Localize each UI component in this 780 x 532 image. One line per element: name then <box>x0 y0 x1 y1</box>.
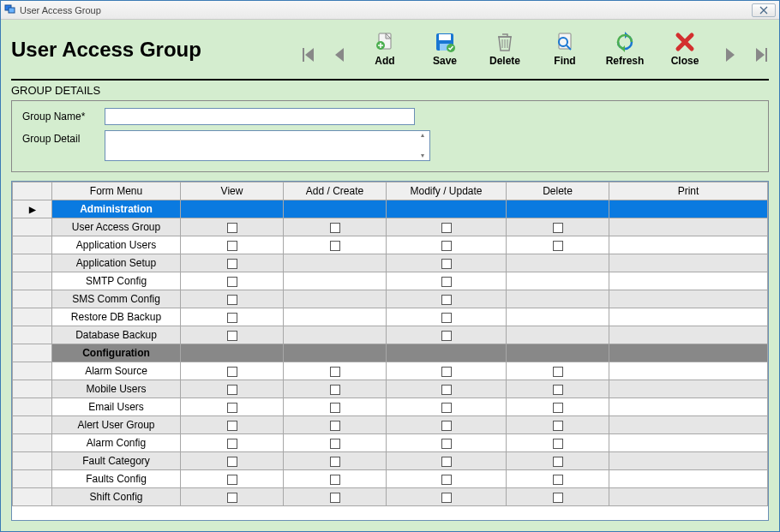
add-button[interactable]: Add <box>363 32 407 67</box>
table-row[interactable]: ▶Administration <box>13 200 768 218</box>
modify-cell[interactable] <box>387 434 507 452</box>
checkbox[interactable] <box>227 493 237 503</box>
checkbox[interactable] <box>441 385 452 395</box>
checkbox[interactable] <box>227 223 237 233</box>
delete-cell[interactable] <box>507 308 609 326</box>
print-cell[interactable] <box>609 362 768 380</box>
delete-cell[interactable] <box>507 362 609 380</box>
delete-cell[interactable] <box>507 272 609 290</box>
first-record-button[interactable] <box>301 43 316 67</box>
print-cell[interactable] <box>609 326 768 344</box>
checkbox[interactable] <box>330 457 340 467</box>
table-row[interactable]: Faults Config <box>13 470 768 488</box>
modify-cell[interactable] <box>387 236 507 254</box>
checkbox[interactable] <box>227 385 237 395</box>
checkbox[interactable] <box>553 223 563 233</box>
checkbox[interactable] <box>330 385 340 395</box>
checkbox[interactable] <box>553 475 563 485</box>
view-cell[interactable] <box>181 290 284 308</box>
checkbox[interactable] <box>441 313 452 323</box>
checkbox[interactable] <box>441 403 452 413</box>
print-cell[interactable] <box>609 254 768 272</box>
view-cell[interactable] <box>181 218 284 236</box>
print-cell[interactable] <box>609 380 768 398</box>
print-cell[interactable] <box>609 218 768 236</box>
checkbox[interactable] <box>330 367 340 377</box>
modify-cell[interactable] <box>387 416 507 434</box>
col-add[interactable]: Add / Create <box>284 182 387 200</box>
view-cell[interactable] <box>181 326 284 344</box>
add-cell[interactable] <box>284 362 387 380</box>
print-cell[interactable] <box>609 308 768 326</box>
group-detail-input[interactable] <box>105 131 414 160</box>
checkbox[interactable] <box>227 331 237 341</box>
checkbox[interactable] <box>227 241 237 251</box>
modify-cell[interactable] <box>387 362 507 380</box>
print-cell[interactable] <box>609 488 768 506</box>
last-record-button[interactable] <box>753 43 769 67</box>
modify-cell[interactable] <box>387 218 507 236</box>
checkbox[interactable] <box>330 403 340 413</box>
row-header[interactable] <box>13 236 52 254</box>
view-cell[interactable] <box>181 272 284 290</box>
add-cell[interactable] <box>284 326 387 344</box>
view-cell[interactable] <box>181 434 284 452</box>
add-cell[interactable] <box>284 272 387 290</box>
delete-cell[interactable] <box>507 470 609 488</box>
form-menu-cell[interactable]: Shift Config <box>52 488 181 506</box>
row-header[interactable] <box>13 416 52 434</box>
add-cell[interactable] <box>284 398 387 416</box>
checkbox[interactable] <box>227 313 237 323</box>
table-row[interactable]: Shift Config <box>13 488 768 506</box>
checkbox[interactable] <box>553 457 563 467</box>
add-cell[interactable] <box>284 470 387 488</box>
table-row[interactable]: Alert User Group <box>13 416 768 434</box>
form-menu-cell[interactable]: SMS Comm Config <box>52 290 181 308</box>
form-menu-cell[interactable]: SMTP Config <box>52 272 181 290</box>
add-cell[interactable] <box>284 218 387 236</box>
checkbox[interactable] <box>553 367 563 377</box>
checkbox[interactable] <box>227 259 237 269</box>
add-cell[interactable] <box>284 236 387 254</box>
modify-cell[interactable] <box>387 254 507 272</box>
form-menu-cell[interactable]: Email Users <box>52 398 181 416</box>
delete-cell[interactable] <box>507 236 609 254</box>
checkbox[interactable] <box>553 493 563 503</box>
delete-cell[interactable] <box>507 398 609 416</box>
row-header[interactable] <box>13 434 52 452</box>
modify-cell[interactable] <box>387 272 507 290</box>
group-name-input[interactable] <box>105 108 415 125</box>
view-cell[interactable] <box>181 452 284 470</box>
delete-cell[interactable] <box>507 434 609 452</box>
add-cell[interactable] <box>284 254 387 272</box>
modify-cell[interactable] <box>387 488 507 506</box>
view-cell[interactable] <box>181 308 284 326</box>
add-cell[interactable] <box>284 308 387 326</box>
view-cell[interactable] <box>181 416 284 434</box>
checkbox[interactable] <box>553 241 563 251</box>
table-row[interactable]: SMS Comm Config <box>13 290 768 308</box>
form-menu-cell[interactable]: Alarm Source <box>52 362 181 380</box>
row-header[interactable] <box>13 254 52 272</box>
table-row[interactable]: SMTP Config <box>13 272 768 290</box>
close-button[interactable]: Close <box>663 32 707 67</box>
form-menu-cell[interactable]: Fault Category <box>52 452 181 470</box>
form-menu-cell[interactable]: Faults Config <box>52 470 181 488</box>
add-cell[interactable] <box>284 290 387 308</box>
delete-cell[interactable] <box>507 218 609 236</box>
row-header[interactable] <box>13 362 52 380</box>
delete-cell[interactable] <box>507 380 609 398</box>
col-print[interactable]: Print <box>609 182 768 200</box>
checkbox[interactable] <box>441 439 452 449</box>
col-form-menu[interactable]: Form Menu <box>52 182 181 200</box>
row-header[interactable] <box>13 272 52 290</box>
table-row[interactable]: Alarm Config <box>13 434 768 452</box>
checkbox[interactable] <box>553 421 563 431</box>
view-cell[interactable] <box>181 254 284 272</box>
modify-cell[interactable] <box>387 380 507 398</box>
view-cell[interactable] <box>181 470 284 488</box>
checkbox[interactable] <box>441 367 452 377</box>
view-cell[interactable] <box>181 398 284 416</box>
checkbox[interactable] <box>227 475 237 485</box>
modify-cell[interactable] <box>387 290 507 308</box>
